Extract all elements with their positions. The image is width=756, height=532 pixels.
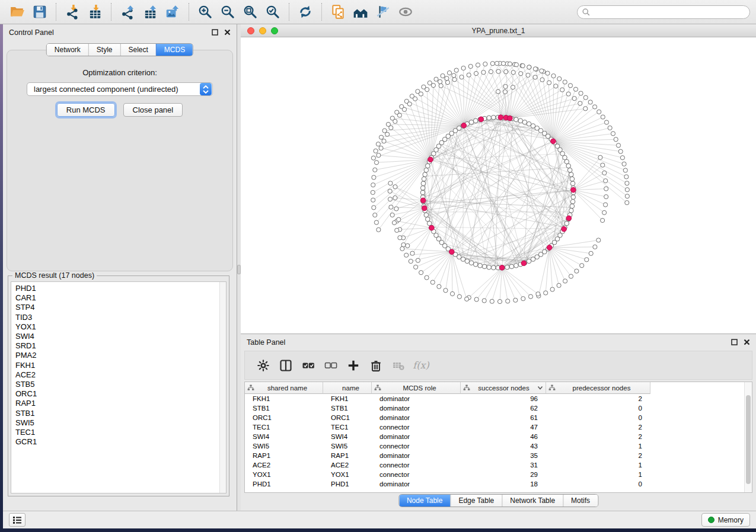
graph-leaf-node[interactable] [374,161,378,165]
graph-leaf-node[interactable] [431,84,435,88]
graph-node[interactable] [424,168,429,172]
graph-leaf-node[interactable] [395,228,399,232]
graph-leaf-node[interactable] [371,183,375,187]
graph-leaf-node[interactable] [407,102,412,106]
graph-leaf-node[interactable] [589,251,593,255]
graph-node[interactable] [518,118,523,123]
graph-leaf-node[interactable] [489,69,493,73]
graph-leaf-node[interactable] [376,142,380,146]
graph-node[interactable] [424,213,429,217]
graph-leaf-node[interactable] [550,287,554,291]
graph-node[interactable] [492,265,496,270]
graph-node[interactable] [566,164,571,168]
graph-leaf-node[interactable] [598,155,602,159]
graph-dominator-node[interactable] [566,216,572,221]
graph-leaf-node[interactable] [439,84,443,88]
close-window-icon[interactable] [247,27,254,34]
graph-leaf-node[interactable] [397,217,401,222]
unselect-all-columns-button[interactable] [320,354,342,377]
graph-leaf-node[interactable] [511,85,515,89]
graph-leaf-node[interactable] [563,279,567,283]
graph-leaf-node[interactable] [585,258,589,262]
graph-dominator-node[interactable] [420,198,426,203]
graph-node[interactable] [478,264,483,268]
graph-node[interactable] [505,265,510,270]
zoom-fit-content-button[interactable] [239,2,261,22]
run-mcds-button[interactable]: Run MCDS [57,103,115,117]
graph-leaf-node[interactable] [625,194,629,198]
graph-leaf-node[interactable] [394,207,398,211]
graph-leaf-node[interactable] [371,156,375,160]
graph-node[interactable] [473,262,478,267]
graph-node[interactable] [469,261,474,265]
graph-leaf-node[interactable] [572,97,576,101]
graph-dominator-node[interactable] [499,265,505,271]
graph-leaf-node[interactable] [604,203,608,207]
graph-leaf-node[interactable] [445,76,449,81]
graph-leaf-node[interactable] [533,75,537,79]
graph-leaf-node[interactable] [377,227,381,232]
graph-leaf-node[interactable] [521,297,525,301]
tab-mcds[interactable]: MCDS [156,44,193,56]
table-row[interactable]: TEC1TEC1connector472 [245,422,752,432]
graph-leaf-node[interactable] [620,156,624,160]
graph-leaf-node[interactable] [452,78,457,82]
export-network-button[interactable] [116,2,139,22]
graph-leaf-node[interactable] [482,299,486,303]
graph-dominator-node[interactable] [508,116,513,121]
column-header-name[interactable]: name [323,382,372,394]
graph-leaf-node[interactable] [452,73,456,78]
graph-leaf-node[interactable] [618,149,623,153]
zoom-out-button[interactable] [216,2,239,22]
graph-node[interactable] [473,118,478,123]
graph-leaf-node[interactable] [372,206,376,210]
graph-leaf-node[interactable] [481,70,486,75]
graph-leaf-node[interactable] [583,107,588,111]
graph-leaf-node[interactable] [602,210,607,214]
zoom-selected-button[interactable] [261,2,284,22]
graph-node[interactable] [427,221,432,226]
graph-leaf-node[interactable] [601,115,605,119]
graph-leaf-node[interactable] [400,246,404,251]
graph-leaf-node[interactable] [389,205,393,209]
graph-node[interactable] [492,115,496,120]
graph-leaf-node[interactable] [551,74,556,78]
graph-leaf-node[interactable] [392,220,396,225]
task-history-button[interactable] [9,513,25,527]
graph-leaf-node[interactable] [402,107,406,111]
column-header-predecessor-nodes[interactable]: predecessor nodes [546,382,650,394]
result-node-item[interactable]: PMA2 [15,351,226,360]
graph-leaf-node[interactable] [622,162,626,166]
graph-leaf-node[interactable] [614,137,618,142]
result-node-item[interactable]: FKH1 [15,361,226,370]
graph-leaf-node[interactable] [372,175,376,180]
graph-leaf-node[interactable] [393,119,397,123]
graph-dominator-node[interactable] [479,117,484,122]
graph-leaf-node[interactable] [575,269,579,273]
table-row[interactable]: SWI4SWI4dominator462 [245,432,752,441]
result-node-item[interactable]: ACE2 [15,370,226,380]
table-row[interactable]: SWI5SWI5connector431 [245,441,752,451]
graph-node[interactable] [570,177,575,181]
graph-leaf-node[interactable] [557,76,562,81]
graph-dominator-node[interactable] [571,187,576,193]
graph-leaf-node[interactable] [593,245,597,249]
graph-node[interactable] [487,265,492,270]
graph-node[interactable] [570,200,575,204]
graph-dominator-node[interactable] [422,206,428,211]
memory-button[interactable]: Memory [701,513,750,527]
bird-eye-view-button[interactable] [394,2,417,22]
graph-leaf-node[interactable] [457,294,461,299]
table-tab-network-table[interactable]: Network Table [502,495,563,507]
graph-leaf-node[interactable] [608,126,612,130]
graph-leaf-node[interactable] [465,297,469,301]
graph-leaf-node[interactable] [544,291,548,295]
close-panel-icon[interactable] [224,29,231,36]
network-graph[interactable] [241,37,756,334]
network-canvas[interactable] [241,37,756,334]
graph-leaf-node[interactable] [625,181,629,185]
graph-leaf-node[interactable] [371,190,375,194]
graph-leaf-node[interactable] [490,62,495,66]
table-row[interactable]: RAP1RAP1dominator352 [245,451,752,460]
graph-leaf-node[interactable] [390,213,394,217]
